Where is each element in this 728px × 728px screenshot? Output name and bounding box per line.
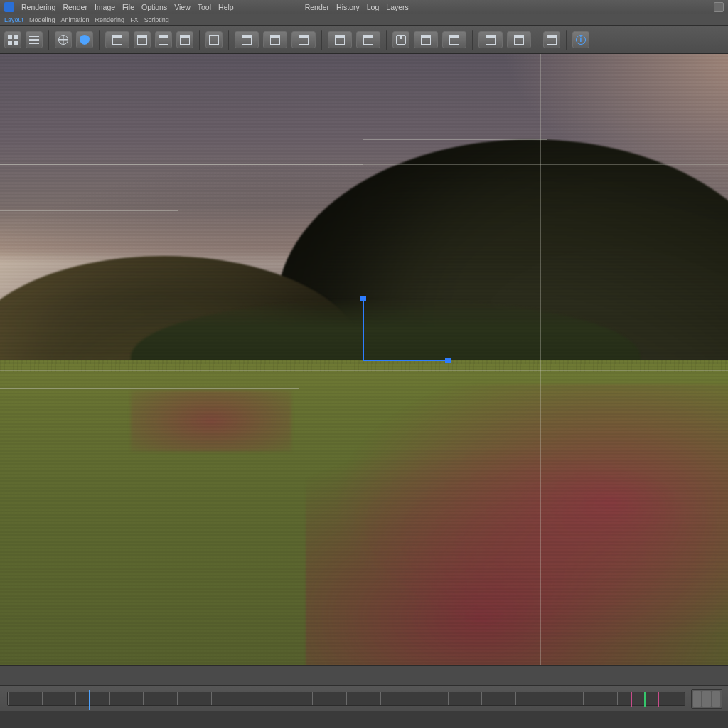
timeline-tick (177, 692, 178, 705)
info-icon: i (576, 35, 586, 45)
layout-3-button[interactable] (155, 31, 172, 48)
menu-item[interactable]: Render (305, 0, 329, 14)
file-open-button[interactable] (205, 31, 223, 48)
panel-e-button[interactable] (356, 31, 380, 48)
gizmo-y-handle[interactable] (360, 296, 366, 301)
toolbar-separator (228, 30, 229, 50)
menu-item[interactable]: Rendering (21, 0, 55, 14)
gizmo-x-handle[interactable] (445, 358, 451, 363)
timeline-tick (8, 692, 9, 705)
view-list-button[interactable] (26, 31, 43, 48)
window-icon (486, 35, 496, 45)
panel-h-button[interactable] (478, 31, 503, 48)
window-icon (137, 35, 147, 45)
timeline-tick (481, 692, 482, 705)
menu-item[interactable]: History (336, 0, 360, 14)
menu-item[interactable]: Options (141, 0, 167, 14)
menu-item[interactable]: Tool (198, 0, 211, 14)
menu-item[interactable]: Layers (386, 0, 409, 14)
timeline-marker[interactable] (658, 692, 659, 707)
timeline-tick (75, 692, 76, 705)
timeline-tick (515, 692, 516, 705)
picker-button[interactable] (392, 31, 410, 48)
timeline-tick (380, 692, 381, 705)
window-icon (514, 35, 524, 45)
world-button[interactable] (55, 31, 72, 48)
panel-d-button[interactable] (328, 31, 352, 48)
workspace-tab[interactable]: Layout (4, 14, 23, 25)
workspace-tab-bar: LayoutModelingAnimationRenderingFXScript… (0, 14, 728, 26)
workspace-tab[interactable]: FX (130, 14, 139, 25)
window-icon (242, 35, 252, 45)
timeline-tick (583, 692, 584, 705)
info-button[interactable]: i (572, 31, 589, 48)
workspace-tab[interactable]: Rendering (95, 14, 125, 25)
window-control-icon[interactable] (714, 2, 724, 12)
render-viewport[interactable] (0, 54, 728, 665)
toolbar-separator (386, 30, 387, 50)
menu-bar: Rendering Render Image File Options View… (0, 0, 728, 14)
timeline-end-controls[interactable] (691, 689, 722, 709)
layout-2-button[interactable] (134, 31, 151, 48)
file-icon (209, 35, 219, 45)
window-icon (180, 35, 190, 45)
timeline-tick (550, 692, 550, 705)
toolbar-separator (48, 30, 49, 50)
panel-i-button[interactable] (507, 31, 531, 48)
toolbar-separator (99, 30, 100, 50)
menu-cluster-secondary: Render History Log Layers (305, 0, 409, 14)
menu-item[interactable]: Render (63, 0, 87, 14)
timeline-track[interactable] (7, 692, 685, 706)
panel-f-button[interactable] (414, 31, 438, 48)
menu-item[interactable]: File (122, 0, 134, 14)
panel-a-button[interactable] (235, 31, 259, 48)
timeline-tick (211, 692, 212, 705)
timeline-tick (312, 692, 313, 705)
window-icon (421, 35, 431, 45)
globe-icon (58, 35, 68, 45)
toolbar-separator (321, 30, 322, 50)
gizmo-y-axis-icon[interactable] (363, 296, 364, 360)
window-icon (112, 35, 122, 45)
window-icon (270, 35, 280, 45)
panel-b-button[interactable] (263, 31, 287, 48)
material-drop-button[interactable] (76, 31, 93, 48)
drop-icon (80, 35, 90, 45)
timeline-tick (279, 692, 279, 705)
menu-item[interactable]: Log (367, 0, 380, 14)
grid-icon (8, 35, 18, 45)
timeline-tick (109, 692, 110, 705)
timeline-tick (346, 692, 347, 705)
timeline-marker[interactable] (631, 692, 632, 707)
window-icon (299, 35, 309, 45)
timeline-tick (414, 692, 414, 705)
layout-1-button[interactable] (105, 31, 129, 48)
main-toolbar: i (0, 26, 728, 54)
menu-item[interactable]: Help (218, 0, 234, 14)
panel-j-button[interactable] (543, 31, 560, 48)
workspace-tab[interactable]: Animation (61, 14, 90, 25)
timeline-tick (42, 692, 43, 705)
timeline-tick (651, 692, 651, 705)
layout-4-button[interactable] (176, 31, 193, 48)
menu-cluster-primary: Rendering Render Image File Options View… (21, 0, 234, 14)
timeline-tick (617, 692, 618, 705)
timeline-tick (685, 692, 685, 705)
panel-c-button[interactable] (291, 31, 316, 48)
timeline-cursor[interactable] (89, 690, 90, 710)
menu-item[interactable]: View (174, 0, 191, 14)
timeline-tick (245, 692, 245, 705)
timeline-tick (448, 692, 449, 705)
gizmo-x-axis-icon[interactable] (363, 360, 448, 361)
list-icon (29, 35, 39, 45)
workspace-tab[interactable]: Scripting (144, 14, 169, 25)
timeline-marker[interactable] (644, 692, 646, 707)
timeline (0, 685, 728, 711)
panel-g-button[interactable] (442, 31, 466, 48)
toolbar-separator (199, 30, 200, 50)
view-grid-button[interactable] (4, 31, 21, 48)
menu-item[interactable]: Image (95, 0, 115, 14)
pick-icon (396, 35, 406, 45)
workspace-tab[interactable]: Modeling (29, 14, 55, 25)
timeline-tick (143, 692, 144, 705)
